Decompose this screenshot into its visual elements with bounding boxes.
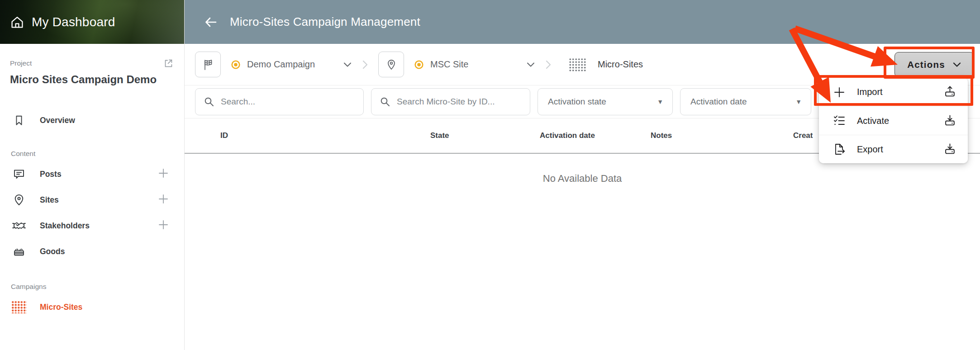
site-pin-button[interactable]	[378, 52, 404, 77]
dropdown-arrow-icon: ▼	[795, 98, 802, 105]
column-header-notes: Notes	[651, 131, 672, 140]
column-header-created: Creat	[793, 131, 813, 140]
flag-icon	[201, 58, 215, 71]
handshake-icon	[11, 220, 27, 232]
crate-icon	[11, 245, 27, 258]
id-search-input[interactable]	[397, 89, 530, 115]
sidebar-item-overview[interactable]: Overview	[0, 108, 184, 133]
campaign-selector[interactable]: Demo Campaign	[231, 59, 352, 70]
campaign-selector-value: Demo Campaign	[247, 59, 315, 70]
sidebar-item-label: Goods	[40, 247, 65, 256]
empty-state-message: No Available Data	[185, 173, 980, 184]
selected-dot-icon	[231, 60, 241, 70]
bookmark-icon	[11, 114, 27, 127]
activation-date-filter[interactable]: Activation date ▼	[680, 88, 811, 115]
chevron-down-icon	[952, 61, 961, 68]
chevron-right-icon	[544, 59, 552, 70]
column-header-state: State	[430, 131, 449, 140]
menu-item-label: Export	[857, 144, 883, 155]
menu-item-label: Import	[857, 87, 883, 97]
add-posts-button[interactable]	[158, 168, 169, 180]
site-selector-value: MSC Site	[430, 59, 468, 70]
grid-dots-icon	[11, 301, 27, 313]
sidebar-item-label: Sites	[40, 195, 59, 205]
page-header: Micro-Sites Campaign Management	[185, 0, 980, 44]
activation-date-label: Activation date	[690, 97, 747, 107]
chat-bubble-icon	[11, 168, 27, 180]
checklist-icon	[833, 115, 846, 127]
column-header-activation-date: Activation date	[540, 131, 595, 140]
campaign-flag-button[interactable]	[195, 52, 221, 77]
download-icon	[944, 115, 956, 127]
sidebar-item-micro-sites[interactable]: Micro-Sites	[0, 294, 184, 320]
sidebar-item-label: Posts	[40, 170, 62, 179]
map-pin-icon	[385, 58, 398, 71]
sidebar: My Dashboard Project Micro Sites Campaig…	[0, 0, 185, 350]
plus-icon	[833, 86, 846, 99]
grid-dots-icon	[569, 58, 586, 71]
upload-icon	[944, 86, 956, 98]
chevron-right-icon	[361, 59, 369, 70]
search-input[interactable]	[221, 89, 363, 115]
sidebar-item-stakeholders[interactable]: Stakeholders	[0, 213, 184, 239]
project-name: Micro Sites Campaign Demo	[10, 73, 159, 87]
content-section-label: Content	[0, 150, 184, 158]
menu-item-export[interactable]: Export	[819, 135, 968, 163]
selected-dot-icon	[414, 60, 424, 70]
search-icon	[204, 96, 214, 107]
sidebar-item-sites[interactable]: Sites	[0, 187, 184, 213]
sidebar-item-goods[interactable]: Goods	[0, 239, 184, 265]
site-selector[interactable]: MSC Site	[414, 59, 535, 70]
export-icon	[833, 143, 846, 156]
activation-state-label: Activation state	[548, 97, 606, 107]
dashboard-home-link[interactable]: My Dashboard	[0, 0, 184, 44]
menu-item-label: Activate	[857, 116, 889, 126]
back-button[interactable]	[204, 15, 218, 29]
map-pin-icon	[11, 194, 27, 206]
sidebar-item-label: Stakeholders	[40, 221, 90, 231]
column-header-id: ID	[220, 131, 228, 140]
menu-item-activate[interactable]: Activate	[819, 106, 968, 135]
breadcrumb-section-label: Micro-Sites	[598, 59, 643, 70]
sidebar-item-label: Micro-Sites	[40, 303, 82, 312]
search-icon	[380, 96, 390, 107]
project-label: Project	[10, 59, 32, 67]
page-title: Micro-Sites Campaign Management	[230, 15, 420, 29]
actions-menu: Import Activate Expor	[819, 78, 968, 163]
add-stakeholders-button[interactable]	[158, 219, 169, 232]
sidebar-item-posts[interactable]: Posts	[0, 161, 184, 187]
menu-item-import[interactable]: Import	[819, 78, 968, 106]
dropdown-arrow-icon: ▼	[657, 98, 663, 105]
actions-button[interactable]: Actions	[894, 52, 974, 77]
actions-button-label: Actions	[907, 59, 945, 70]
home-icon	[10, 15, 24, 29]
chevron-down-icon	[526, 61, 535, 68]
chevron-down-icon	[343, 61, 352, 68]
id-search-box	[371, 88, 530, 115]
dashboard-title: My Dashboard	[32, 15, 115, 29]
add-sites-button[interactable]	[158, 194, 169, 206]
arrow-left-icon	[204, 15, 218, 29]
search-box	[195, 88, 364, 115]
activation-state-filter[interactable]: Activation state ▼	[538, 88, 673, 115]
sidebar-item-label: Overview	[40, 116, 75, 125]
campaigns-section-label: Campaigns	[0, 283, 184, 291]
download-icon	[944, 143, 956, 156]
external-link-icon[interactable]	[162, 57, 174, 69]
